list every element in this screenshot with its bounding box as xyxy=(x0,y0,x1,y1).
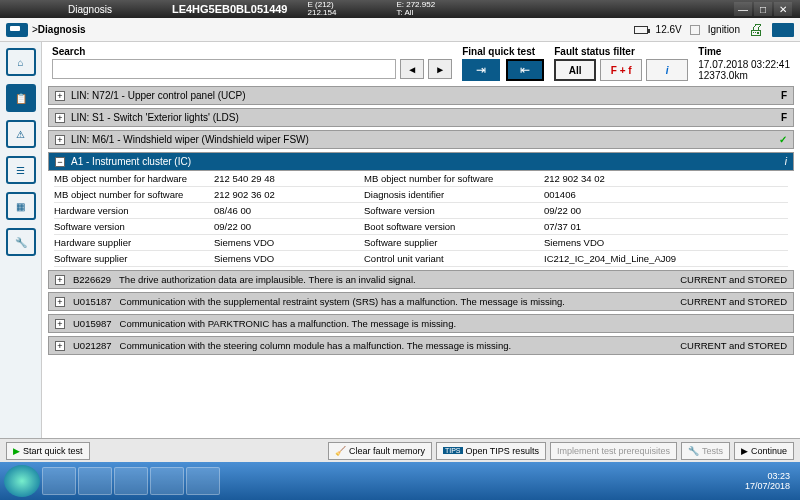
expand-icon[interactable]: + xyxy=(55,275,65,285)
filter-all-button[interactable]: All xyxy=(554,59,596,81)
search-input[interactable] xyxy=(52,59,396,79)
taskbar-item[interactable] xyxy=(114,467,148,495)
fault-status: CURRENT and STORED xyxy=(680,340,787,351)
group-status: ✓ xyxy=(779,134,787,145)
sidebar: ⌂ 📋 ⚠ ☰ ▦ 🔧 xyxy=(0,42,42,438)
group-status: F xyxy=(781,112,787,123)
clear-fault-button[interactable]: 🧹Clear fault memory xyxy=(328,442,432,460)
group-label: LIN: M6/1 - Windshield wiper (Windshield… xyxy=(71,134,309,145)
help-book-icon[interactable] xyxy=(772,23,794,37)
group-status: i xyxy=(785,156,787,167)
system-clock[interactable]: 03:2317/07/2018 xyxy=(745,471,796,491)
car-icon[interactable] xyxy=(6,23,28,37)
detail-row: Hardware version08/46 00Software version… xyxy=(54,203,788,219)
vehicle-info-icon[interactable]: ⚠ xyxy=(6,120,36,148)
home-icon[interactable]: ⌂ xyxy=(6,48,36,76)
fault-row[interactable]: +U015987Communication with PARKTRONIC ha… xyxy=(48,314,794,333)
battery-icon xyxy=(634,26,648,34)
fault-description: The drive authorization data are implaus… xyxy=(119,274,672,285)
detail-row: MB object number for hardware212 540 29 … xyxy=(54,171,788,187)
diagnosis-icon[interactable]: 📋 xyxy=(6,84,36,112)
timestamp: 17.07.2018 03:22:41 xyxy=(698,59,790,70)
grid-icon[interactable]: ▦ xyxy=(6,192,36,220)
tests-button: 🔧Tests xyxy=(681,442,730,460)
quicktest-forward-button[interactable]: ⇥ xyxy=(462,59,500,81)
ecu-group-row[interactable]: +LIN: M6/1 - Windshield wiper (Windshiel… xyxy=(48,130,794,149)
search-next-button[interactable]: ► xyxy=(428,59,452,79)
fault-description: Communication with PARKTRONIC has a malf… xyxy=(120,318,779,329)
expand-icon[interactable]: − xyxy=(55,157,65,167)
breadcrumb-bar: > Diagnosis 12.6V Ignition 🖨 xyxy=(0,18,800,42)
start-quicktest-button[interactable]: ▶Start quick test xyxy=(6,442,90,460)
voltage-value: 12.6V xyxy=(656,24,682,35)
expand-icon[interactable]: + xyxy=(55,91,65,101)
expand-icon[interactable]: + xyxy=(55,297,65,307)
tools-icon[interactable]: 🔧 xyxy=(6,228,36,256)
fault-row[interactable]: +U021287Communication with the steering … xyxy=(48,336,794,355)
detail-row: Software supplierSiemens VDOControl unit… xyxy=(54,251,788,267)
ignition-label: Ignition xyxy=(708,24,740,35)
group-label: LIN: S1 - Switch 'Exterior lights' (LDS) xyxy=(71,112,239,123)
minimize-button[interactable]: — xyxy=(734,2,752,16)
taskbar-item[interactable] xyxy=(150,467,184,495)
fault-status: CURRENT and STORED xyxy=(680,274,787,285)
maximize-button[interactable]: □ xyxy=(754,2,772,16)
app-title: Diagnosis xyxy=(68,4,112,15)
fault-description: Communication with the steering column m… xyxy=(120,340,673,351)
expand-icon[interactable]: + xyxy=(55,319,65,329)
fault-code: U015987 xyxy=(73,318,112,329)
search-label: Search xyxy=(52,46,452,57)
fault-row[interactable]: +B226629The drive authorization data are… xyxy=(48,270,794,289)
results-list[interactable]: +LIN: N72/1 - Upper control panel (UCP)F… xyxy=(42,83,800,438)
ecu-group-row[interactable]: +LIN: S1 - Switch 'Exterior lights' (LDS… xyxy=(48,108,794,127)
expand-icon[interactable]: + xyxy=(55,113,65,123)
fault-code: U021287 xyxy=(73,340,112,351)
filter-ff-button[interactable]: F + f xyxy=(600,59,642,81)
expand-icon[interactable]: + xyxy=(55,341,65,351)
close-button[interactable]: ✕ xyxy=(774,2,792,16)
fault-description: Communication with the supplemental rest… xyxy=(120,296,673,307)
time-label: Time xyxy=(698,46,790,57)
engine-codes-left: E (212)212.154 xyxy=(307,1,336,17)
vin-number: LE4HG5EB0BL051449 xyxy=(172,3,288,15)
implement-test-button: Implement test prerequisites xyxy=(550,442,677,460)
fault-code: U015187 xyxy=(73,296,112,307)
filter-info-button[interactable]: i xyxy=(646,59,688,81)
ecu-group-row[interactable]: +LIN: N72/1 - Upper control panel (UCP)F xyxy=(48,86,794,105)
breadcrumb-current: Diagnosis xyxy=(38,24,86,35)
print-icon[interactable]: 🖨 xyxy=(748,21,764,39)
taskbar-item[interactable] xyxy=(42,467,76,495)
fault-code: B226629 xyxy=(73,274,111,285)
group-label: LIN: N72/1 - Upper control panel (UCP) xyxy=(71,90,246,101)
toolbar-header: Search ◄ ► Final quick test ⇥ ⇤ Fault st… xyxy=(42,42,800,83)
list-icon[interactable]: ☰ xyxy=(6,156,36,184)
expand-icon[interactable]: + xyxy=(55,135,65,145)
detail-row: MB object number for software212 902 36 … xyxy=(54,187,788,203)
detail-row: Software version09/22 00Boot software ve… xyxy=(54,219,788,235)
filter-label: Fault status filter xyxy=(554,46,688,57)
ignition-checkbox[interactable] xyxy=(690,25,700,35)
quicktest-label: Final quick test xyxy=(462,46,544,57)
continue-button[interactable]: ▶Continue xyxy=(734,442,794,460)
open-tips-button[interactable]: TIPSOpen TIPS results xyxy=(436,442,546,460)
ecu-group-row[interactable]: −A1 - Instrument cluster (IC)i xyxy=(48,152,794,171)
taskbar-item[interactable] xyxy=(186,467,220,495)
group-status: F xyxy=(781,90,787,101)
bottom-toolbar: ▶Start quick test 🧹Clear fault memory TI… xyxy=(0,438,800,462)
quicktest-back-button[interactable]: ⇤ xyxy=(506,59,544,81)
detail-row: Hardware supplierSiemens VDOSoftware sup… xyxy=(54,235,788,251)
taskbar-item[interactable] xyxy=(78,467,112,495)
window-titlebar: Diagnosis LE4HG5EB0BL051449 E (212)212.1… xyxy=(0,0,800,18)
odometer: 12373.0km xyxy=(698,70,790,81)
windows-taskbar[interactable]: 03:2317/07/2018 xyxy=(0,462,800,500)
fault-row[interactable]: +U015187Communication with the supplemen… xyxy=(48,292,794,311)
group-label: A1 - Instrument cluster (IC) xyxy=(71,156,191,167)
engine-codes-right: E: 272.952T: All xyxy=(396,1,435,17)
fault-status: CURRENT and STORED xyxy=(680,296,787,307)
search-prev-button[interactable]: ◄ xyxy=(400,59,424,79)
start-button[interactable] xyxy=(4,465,40,497)
